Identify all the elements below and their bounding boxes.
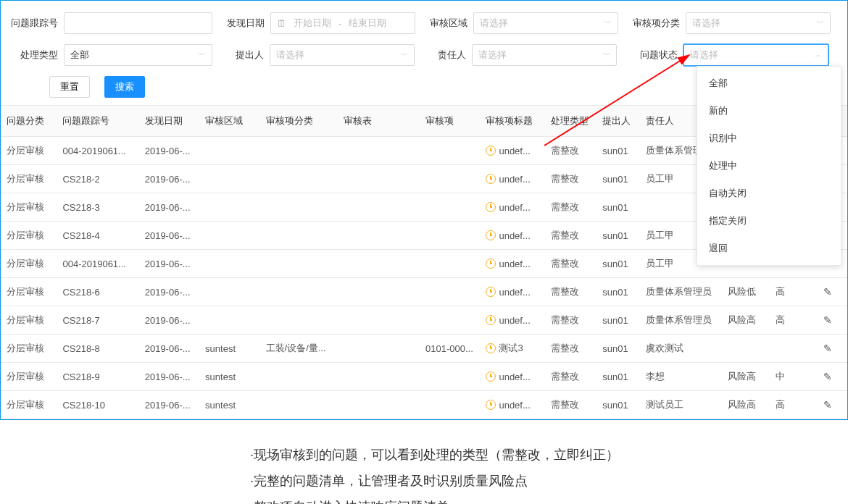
status-option[interactable]: 指定关闭 (697, 207, 841, 235)
process-type-select[interactable]: 全部 ﹀ (64, 44, 212, 66)
table-cell: 需整改 (545, 335, 597, 363)
table-cell: 风险低 (722, 278, 770, 306)
table-cell: CS218-4 (57, 222, 138, 250)
table-cell (199, 222, 259, 250)
table-cell: 需整改 (545, 165, 597, 193)
reset-button[interactable]: 重置 (49, 76, 90, 98)
audit-category-select[interactable]: 请选择 ﹀ (686, 12, 831, 34)
table-cell: 2019-06-... (139, 335, 199, 363)
table-cell: sun01 (596, 306, 640, 335)
status-option[interactable]: 处理中 (697, 152, 841, 180)
date-range-input[interactable]: 🗓 开始日期 - 结束日期 (270, 12, 415, 34)
table-cell: 高 (770, 306, 809, 335)
table-cell: 测试3 (480, 335, 544, 363)
column-header: 发现日期 (139, 106, 199, 137)
edit-icon[interactable]: ✎ (823, 314, 832, 326)
search-button[interactable]: 搜索 (104, 76, 145, 98)
submitter-label: 提出人 (236, 49, 264, 62)
responsible-select[interactable]: 请选择 ﹀ (472, 44, 617, 66)
table-cell: undef... (480, 306, 544, 335)
table-cell (420, 250, 480, 278)
table-cell: 需整改 (545, 278, 597, 306)
table-cell (420, 363, 480, 391)
table-cell: 2019-06-... (139, 137, 199, 165)
clock-icon (486, 343, 496, 353)
table-cell (338, 363, 420, 391)
issue-status-label: 问题状态 (640, 49, 678, 62)
submitter-select[interactable]: 请选择 ﹀ (270, 44, 415, 66)
table-cell: 分层审核 (1, 335, 57, 363)
table-cell: sun01 (596, 335, 640, 363)
table-cell: ✎ (808, 335, 847, 363)
discovery-date-label: 发现日期 (227, 17, 265, 30)
status-option[interactable]: 识别中 (697, 125, 841, 152)
title-text: undef... (499, 400, 530, 411)
edit-icon[interactable]: ✎ (823, 343, 832, 354)
audit-category-ph: 请选择 (692, 17, 720, 30)
table-cell (338, 335, 420, 363)
issue-status-select[interactable]: 请选择 ︿ (683, 44, 828, 66)
table-cell: undef... (480, 165, 544, 193)
tracking-input[interactable] (64, 12, 212, 34)
table-cell: 需整改 (545, 306, 597, 335)
chevron-up-icon: ︿ (815, 50, 822, 60)
table-cell: CS218-6 (57, 278, 138, 306)
title-text: undef... (499, 230, 530, 241)
table-cell: 风险高 (722, 391, 770, 419)
table-cell: 需整改 (545, 363, 597, 391)
table-cell: CS218-7 (57, 306, 138, 335)
table-cell: sun01 (596, 363, 640, 391)
table-cell: sun01 (596, 137, 640, 165)
table-row[interactable]: 分层审核CS218-92019-06-...suntestundef...需整改… (1, 363, 847, 391)
column-header: 审核项标题 (480, 106, 544, 137)
table-cell: ✎ (808, 391, 847, 419)
table-cell: suntest (199, 335, 259, 363)
table-row[interactable]: 分层审核CS218-62019-06-...undef...需整改sun01质量… (1, 278, 847, 306)
edit-icon[interactable]: ✎ (823, 286, 832, 298)
end-date-ph: 结束日期 (349, 17, 386, 30)
edit-icon[interactable]: ✎ (823, 371, 832, 382)
column-header: 审核区域 (199, 106, 259, 137)
table-cell: 高 (770, 278, 809, 306)
table-row[interactable]: 分层审核CS218-102019-06-...suntestundef...需整… (1, 391, 847, 419)
table-cell: 需整改 (545, 137, 597, 165)
table-cell (338, 137, 420, 165)
clock-icon (486, 315, 496, 325)
table-cell: 风险高 (722, 363, 770, 391)
notes-section: ·现场审核到的问题，可以看到处理的类型（需整改，立即纠正）·完整的问题清单，让管… (250, 442, 848, 504)
table-cell: 需整改 (545, 222, 597, 250)
table-cell (338, 193, 420, 222)
title-text: undef... (499, 174, 530, 185)
table-cell: 2019-06-... (139, 165, 199, 193)
submitter-ph: 请选择 (276, 49, 304, 62)
table-cell: undef... (480, 391, 544, 419)
audit-area-select[interactable]: 请选择 ﹀ (473, 12, 618, 34)
table-row[interactable]: 分层审核CS218-72019-06-...undef...需整改sun01质量… (1, 306, 847, 335)
edit-icon[interactable]: ✎ (823, 399, 832, 411)
title-text: undef... (499, 315, 530, 326)
audit-category-label: 审核项分类 (633, 17, 680, 30)
title-text: undef... (499, 202, 530, 213)
table-cell: 工装/设备/量... (260, 335, 338, 363)
table-cell: sun01 (596, 193, 640, 222)
table-cell: 质量体系管理员 (640, 306, 722, 335)
table-cell: 分层审核 (1, 250, 57, 278)
status-option[interactable]: 全部 (697, 70, 841, 97)
table-cell (722, 335, 770, 363)
status-option[interactable]: 退回 (697, 235, 841, 262)
tracking-label: 问题跟踪号 (11, 17, 58, 30)
table-cell (260, 222, 338, 250)
table-cell (260, 193, 338, 222)
table-cell (420, 391, 480, 419)
status-option[interactable]: 自动关闭 (697, 180, 841, 207)
filter-row-1: 问题跟踪号 发现日期 🗓 开始日期 - 结束日期 审核区域 请选择 ﹀ (8, 12, 840, 34)
table-cell (260, 165, 338, 193)
table-cell: 2019-06-... (139, 222, 199, 250)
calendar-icon: 🗓 (277, 18, 286, 29)
note-line: ·完整的问题清单，让管理者及时识别质量风险点 (250, 468, 848, 494)
note-line: ·整改项自动进入快速响应问题清单 (250, 494, 848, 504)
status-option[interactable]: 新的 (697, 97, 841, 125)
table-row[interactable]: 分层审核CS218-82019-06-...suntest工装/设备/量...0… (1, 335, 847, 363)
table-cell (338, 250, 420, 278)
table-cell: CS218-2 (57, 165, 138, 193)
